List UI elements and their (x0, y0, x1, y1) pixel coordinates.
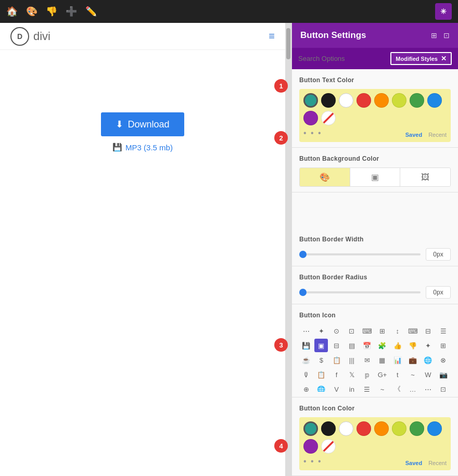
icon-cell[interactable]: in (345, 382, 359, 392)
mp3-link[interactable]: 💾 MP3 (3.5 mb) (112, 143, 173, 152)
thumbs-down-icon[interactable]: 👎 (46, 6, 57, 17)
icon-cell[interactable]: ~ (406, 368, 419, 381)
recent-label[interactable]: Recent (428, 132, 447, 138)
modified-styles-close-icon[interactable]: ✕ (441, 55, 447, 62)
color-white[interactable] (339, 93, 353, 108)
icon-cell[interactable]: 💼 (406, 353, 419, 367)
icon-color-none[interactable] (321, 439, 336, 454)
icon-cell[interactable]: ⊟ (421, 324, 435, 338)
icon-cell[interactable]: t (391, 368, 404, 381)
icon-cell[interactable]: ⊕ (299, 382, 313, 392)
icon-grid: ⋯ ✦ ⊙ ⊡ ⌨ ⊞ ↕ ⌨ ⊟ ☰ 💾 ▣ ⊟ ▤ 📅 🧩 👍 👎 ✦ (299, 324, 451, 392)
icon-color-blue[interactable] (427, 421, 442, 436)
icon-cell[interactable]: 🌐 (421, 353, 435, 367)
more-colors-dots[interactable]: • • • (303, 128, 322, 138)
icon-cell[interactable]: … (406, 382, 419, 392)
color-yellow[interactable] (392, 93, 406, 108)
icon-cell[interactable]: ⌨ (360, 324, 374, 338)
bg-tab-color[interactable]: 🎨 (300, 168, 350, 186)
home-icon[interactable]: 🏠 (6, 6, 18, 17)
border-width-value[interactable]: 0px (426, 248, 451, 261)
icon-color-green[interactable] (410, 421, 424, 436)
saved-label[interactable]: Saved (405, 132, 422, 138)
icon-cell[interactable]: ~ (375, 382, 389, 392)
border-radius-value[interactable]: 0px (426, 286, 451, 299)
icon-cell[interactable]: V (330, 382, 344, 392)
icon-cell[interactable]: ⊡ (437, 382, 450, 392)
icon-color-orange[interactable] (374, 421, 389, 436)
icon-cell[interactable]: f (330, 368, 344, 381)
icon-cell[interactable]: 📋 (330, 353, 344, 367)
icon-cell[interactable]: ✦ (314, 324, 328, 338)
icon-cell[interactable]: 𝕏 (345, 368, 359, 381)
icon-cell[interactable]: ✉ (360, 353, 374, 367)
modified-styles-badge[interactable]: Modified Styles ✕ (390, 52, 452, 65)
icon-cell[interactable]: ⌨ (406, 324, 419, 338)
icon-color-black[interactable] (321, 421, 336, 436)
expand-icon[interactable]: ⊡ (443, 31, 450, 40)
icon-cell[interactable]: 📊 (391, 353, 404, 367)
add-icon[interactable]: ➕ (66, 6, 77, 17)
icon-cell[interactable]: 𝕡 (360, 368, 374, 381)
icon-cell[interactable]: ⊗ (437, 353, 450, 367)
icon-cell[interactable]: 《 (391, 382, 404, 392)
scroll-indicator[interactable] (285, 23, 291, 476)
icon-color-more-dots[interactable]: • • • (303, 457, 322, 466)
icon-cell[interactable]: ☰ (437, 324, 450, 338)
icon-cell[interactable]: ▤ (345, 339, 359, 352)
color-blue[interactable] (427, 93, 442, 108)
color-teal[interactable] (303, 93, 318, 108)
icon-saved-label[interactable]: Saved (405, 460, 422, 466)
icon-cell[interactable]: ⊙ (330, 324, 344, 338)
icon-cell[interactable]: G+ (375, 368, 389, 381)
icon-cell-selected[interactable]: ▣ (314, 339, 328, 352)
icon-cell[interactable]: ⊞ (437, 339, 450, 352)
icon-color-red[interactable] (357, 421, 371, 436)
edit-icon[interactable]: ✏️ (85, 6, 97, 17)
icon-cell[interactable]: 📷 (437, 368, 450, 381)
color-black[interactable] (321, 93, 336, 108)
icon-cell[interactable]: ⋯ (299, 324, 313, 338)
color-red[interactable] (357, 93, 371, 108)
color-orange[interactable] (374, 93, 389, 108)
focus-icon[interactable]: ⊞ (431, 31, 437, 40)
icon-color-purple[interactable] (303, 439, 318, 454)
icon-color-yellow[interactable] (392, 421, 406, 436)
icon-cell[interactable]: ▦ (375, 353, 389, 367)
icon-recent-label[interactable]: Recent (428, 460, 447, 466)
icon-cell[interactable]: ⊟ (330, 339, 344, 352)
icon-cell[interactable]: ☰ (360, 382, 374, 392)
icon-cell[interactable]: ||| (345, 353, 359, 367)
icon-cell[interactable]: ⋯ (421, 382, 435, 392)
palette-icon[interactable]: 🎨 (26, 6, 37, 17)
bg-tab-gradient[interactable]: ▣ (350, 168, 401, 186)
color-none[interactable] (321, 111, 336, 125)
icon-cell[interactable]: ⊡ (345, 324, 359, 338)
bg-tab-image[interactable]: 🖼 (400, 168, 450, 186)
icon-cell[interactable]: 💾 (299, 339, 313, 352)
icon-color-white[interactable] (339, 421, 353, 436)
icon-cell[interactable]: 🧩 (375, 339, 389, 352)
search-input[interactable] (298, 55, 390, 62)
border-width-slider[interactable] (299, 253, 421, 255)
icon-cell[interactable]: 👎 (406, 339, 419, 352)
icon-cell[interactable]: 👍 (391, 339, 404, 352)
border-radius-slider[interactable] (299, 291, 421, 293)
icon-cell[interactable]: W (421, 368, 435, 381)
icon-cell[interactable]: ↕ (391, 324, 404, 338)
hamburger-menu-icon[interactable]: ≡ (269, 30, 275, 42)
icon-cell[interactable]: ☕ (299, 353, 313, 367)
icon-color-label: Button Icon Color (299, 405, 451, 412)
icon-cell[interactable]: 📋 (314, 368, 328, 381)
icon-cell[interactable]: ✦ (421, 339, 435, 352)
color-purple[interactable] (303, 111, 318, 125)
color-green[interactable] (410, 93, 424, 108)
icon-color-teal[interactable] (303, 421, 318, 436)
download-button[interactable]: ⬇ Download (101, 112, 184, 136)
icon-cell[interactable]: 🎙 (299, 368, 313, 381)
icon-cell[interactable]: 📅 (360, 339, 374, 352)
icon-cell[interactable]: ⊞ (375, 324, 389, 338)
icon-cell[interactable]: $ (314, 353, 328, 367)
icon-cell[interactable]: 🌐 (314, 382, 328, 392)
border-width-slider-row: 0px (299, 248, 451, 261)
